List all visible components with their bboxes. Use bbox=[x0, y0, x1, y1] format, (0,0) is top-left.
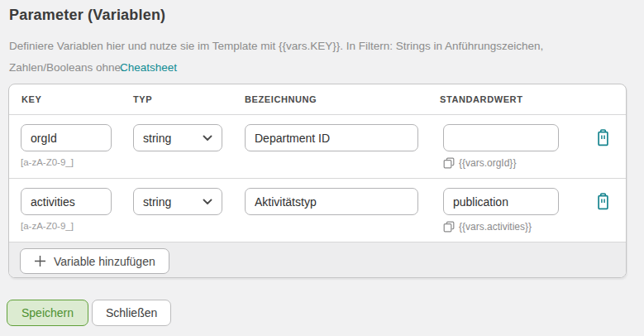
key-pattern-hint: [a-zA-Z0-9_] bbox=[21, 157, 112, 167]
bezeichnung-input[interactable] bbox=[245, 188, 418, 215]
standardwert-input[interactable] bbox=[443, 188, 559, 215]
var-reference-text: {{vars.activities}} bbox=[459, 221, 532, 233]
var-reference-row: {{vars.activities}} bbox=[443, 221, 559, 233]
delete-row-button[interactable] bbox=[594, 128, 612, 146]
typ-cell: string bbox=[133, 188, 222, 215]
close-button[interactable]: Schließen bbox=[92, 300, 171, 326]
table-row: [a-zA-Z0-9_] string {{v bbox=[9, 115, 626, 179]
type-select-value: string bbox=[143, 195, 171, 209]
key-input[interactable] bbox=[21, 188, 112, 215]
chevron-down-icon bbox=[203, 199, 212, 205]
parameter-dialog: Parameter (Variablen) Definiere Variable… bbox=[0, 0, 644, 336]
type-select-value: string bbox=[143, 132, 171, 145]
variables-table: KEY TYP BEZEICHNUNG STANDARDWERT [a-zA-Z… bbox=[8, 84, 627, 278]
column-header-typ: TYP bbox=[133, 94, 152, 104]
key-cell: [a-zA-Z0-9_] bbox=[21, 188, 112, 231]
standardwert-input[interactable] bbox=[443, 124, 559, 151]
standardwert-cell: {{vars.activities}} bbox=[443, 188, 559, 233]
bezeichnung-cell bbox=[245, 124, 418, 151]
var-reference-text: {{vars.orgId}} bbox=[459, 157, 516, 169]
typ-cell: string bbox=[133, 124, 222, 151]
table-footer: Variable hinzufügen bbox=[9, 242, 626, 278]
description-line-2: Zahlen/Booleans ohne. bbox=[9, 61, 124, 74]
key-pattern-hint: [a-zA-Z0-9_] bbox=[21, 221, 112, 231]
page-title: Parameter (Variablen) bbox=[9, 7, 165, 24]
column-header-bezeichnung: BEZEICHNUNG bbox=[245, 94, 317, 104]
save-button[interactable]: Speichern bbox=[7, 300, 88, 326]
key-input[interactable] bbox=[21, 124, 112, 151]
table-row: [a-zA-Z0-9_] string {{v bbox=[9, 179, 626, 242]
copy-icon[interactable] bbox=[443, 221, 455, 233]
copy-icon[interactable] bbox=[443, 157, 455, 169]
key-cell: [a-zA-Z0-9_] bbox=[21, 124, 112, 167]
description-line-1: Definiere Variablen hier und nutze sie i… bbox=[9, 40, 543, 52]
add-variable-button[interactable]: Variable hinzufügen bbox=[20, 248, 169, 274]
type-select[interactable]: string bbox=[133, 124, 222, 151]
plus-icon bbox=[34, 255, 46, 267]
var-reference-row: {{vars.orgId}} bbox=[443, 157, 559, 169]
column-header-standardwert: STANDARDWERT bbox=[440, 94, 523, 104]
column-header-key: KEY bbox=[21, 94, 41, 104]
trash-icon bbox=[595, 193, 611, 210]
cheatsheet-link[interactable]: Cheatsheet bbox=[120, 61, 177, 74]
trash-icon bbox=[595, 129, 611, 146]
bezeichnung-input[interactable] bbox=[245, 124, 418, 151]
standardwert-cell: {{vars.orgId}} bbox=[443, 124, 559, 169]
table-header-row: KEY TYP BEZEICHNUNG STANDARDWERT bbox=[9, 84, 626, 115]
delete-row-button[interactable] bbox=[594, 192, 612, 210]
bezeichnung-cell bbox=[245, 188, 418, 215]
chevron-down-icon bbox=[203, 135, 212, 142]
add-variable-label: Variable hinzufügen bbox=[54, 255, 155, 268]
type-select[interactable]: string bbox=[133, 188, 222, 215]
